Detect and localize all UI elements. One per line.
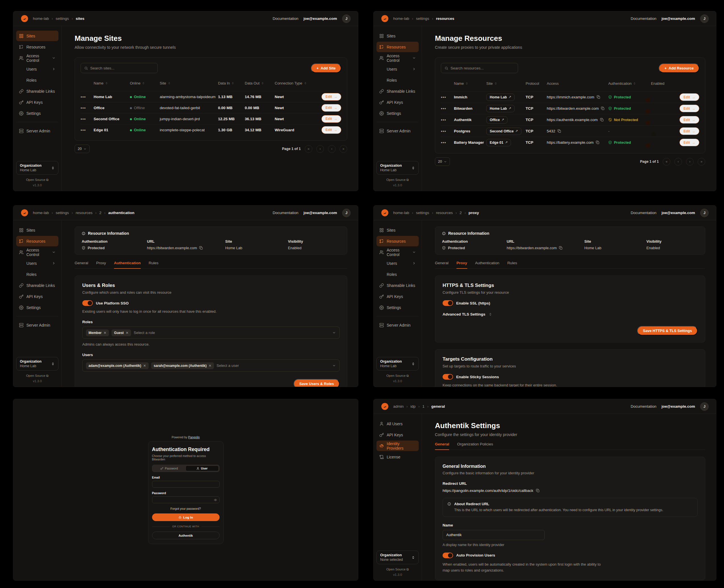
prev-page-button[interactable]: ‹ — [675, 158, 682, 166]
avatar[interactable]: J — [342, 209, 351, 217]
tab-proxy[interactable]: Proxy — [96, 261, 106, 269]
remove-chip-icon[interactable]: ✕ — [126, 331, 128, 335]
sidebar-item-users[interactable]: Users — [16, 64, 58, 74]
col-site[interactable]: Site — [486, 81, 525, 86]
sidebar-item-sites[interactable]: Sites — [377, 30, 419, 41]
sidebar-item-users[interactable]: Users — [377, 64, 419, 74]
search-input[interactable]: Search sites... — [81, 63, 158, 73]
users-multiselect[interactable]: adam@example.com (Authentik)✕ sarah@exam… — [82, 359, 340, 372]
edit-button[interactable]: Edit→ — [321, 115, 341, 123]
col-name[interactable]: Name — [454, 81, 486, 86]
tab-general[interactable]: General — [435, 261, 448, 269]
sidebar-item-resources[interactable]: Resources — [377, 236, 419, 246]
sidebar-item-license[interactable]: License — [377, 451, 419, 462]
copy-icon[interactable] — [559, 246, 563, 250]
sidebar-item-shareable-links[interactable]: Shareable Links — [377, 86, 419, 97]
documentation-link[interactable]: Documentation — [631, 211, 657, 215]
tab-rules[interactable]: Rules — [149, 261, 159, 269]
pangolin-link[interactable]: Pangolin — [188, 436, 200, 439]
authentik-sso-button[interactable]: Authentik — [152, 531, 220, 539]
copy-icon[interactable] — [558, 129, 561, 133]
sidebar-item-roles[interactable]: Roles — [16, 269, 58, 279]
sidebar-item-api-keys[interactable]: API Keys — [377, 429, 419, 440]
organization-picker[interactable]: OrganizationHome Lab — [377, 357, 419, 371]
next-page-button[interactable]: › — [686, 158, 693, 166]
row-menu-button[interactable]: ••• — [81, 117, 94, 121]
open-source-link[interactable]: Open Source ⧉ — [377, 568, 419, 571]
col-connection-type[interactable]: Connection Type — [275, 81, 314, 85]
pangolin-logo[interactable] — [381, 15, 389, 22]
rows-per-page-select[interactable]: 20 — [75, 145, 89, 153]
sidebar-item-shareable-links[interactable]: Shareable Links — [377, 280, 419, 291]
open-source-link[interactable]: Open Source ⧉ — [377, 374, 419, 378]
platform-sso-toggle[interactable] — [82, 300, 93, 306]
tab-password[interactable]: Password — [153, 465, 185, 471]
edit-button[interactable]: Edit→ — [680, 93, 699, 101]
copy-icon[interactable] — [536, 489, 540, 492]
documentation-link[interactable]: Documentation — [631, 17, 657, 21]
save-tls-button[interactable]: Save HTTPS & TLS Settings — [637, 326, 698, 335]
row-menu-button[interactable]: ••• — [81, 105, 94, 110]
rows-per-page-select[interactable]: 20 — [435, 158, 450, 166]
sidebar-item-settings[interactable]: Settings — [377, 302, 419, 313]
edit-button[interactable]: Edit→ — [680, 127, 699, 135]
sidebar-item-server-admin[interactable]: Server Admin — [16, 126, 58, 136]
site-chip[interactable]: Edge 01↗ — [486, 139, 511, 146]
sidebar-item-shareable-links[interactable]: Shareable Links — [16, 86, 58, 97]
edit-button[interactable]: Edit→ — [680, 105, 699, 112]
tab-rules[interactable]: Rules — [507, 261, 517, 269]
col-authentication[interactable]: Authentication — [608, 81, 651, 86]
row-menu-button[interactable]: ••• — [81, 128, 94, 132]
organization-picker[interactable]: OrganizationHome Lab — [16, 357, 58, 371]
first-page-button[interactable]: « — [305, 145, 313, 153]
tab-authentication[interactable]: Authentication — [475, 261, 500, 269]
sidebar-item-users[interactable]: Users — [377, 258, 419, 269]
row-menu-button[interactable]: ••• — [441, 118, 454, 122]
sidebar-item-api-keys[interactable]: API Keys — [16, 291, 58, 302]
documentation-link[interactable]: Documentation — [273, 17, 299, 21]
row-menu-button[interactable]: ••• — [441, 129, 454, 133]
add-site-button[interactable]: +Add Site — [311, 63, 341, 73]
first-page-button[interactable]: « — [663, 158, 670, 166]
sidebar-item-all-users[interactable]: All Users — [377, 418, 419, 429]
add-resource-button[interactable]: +Add Resource — [659, 63, 699, 73]
edit-button[interactable]: Edit→ — [321, 104, 341, 112]
sidebar-item-shareable-links[interactable]: Shareable Links — [16, 280, 58, 291]
sidebar-item-sites[interactable]: Sites — [16, 30, 58, 41]
email-field[interactable] — [152, 481, 220, 488]
sidebar-item-settings[interactable]: Settings — [16, 302, 58, 313]
user-chip[interactable]: adam@example.com (Authentik)✕ — [86, 362, 149, 369]
avatar[interactable]: J — [700, 15, 709, 23]
sidebar-item-access-control[interactable]: Access Control — [377, 53, 419, 63]
next-page-button[interactable]: › — [328, 145, 336, 153]
prev-page-button[interactable]: ‹ — [316, 145, 324, 153]
copy-icon[interactable] — [199, 246, 203, 250]
edit-button[interactable]: Edit→ — [321, 126, 341, 134]
sidebar-item-settings[interactable]: Settings — [16, 108, 58, 119]
open-source-link[interactable]: Open Source ⧉ — [16, 178, 58, 182]
col-data-out[interactable]: Data Out — [245, 81, 275, 85]
copy-icon[interactable] — [596, 141, 600, 144]
eye-icon[interactable] — [214, 498, 217, 502]
site-chip[interactable]: Home Lab↗ — [486, 93, 515, 101]
name-field[interactable]: Authentik — [443, 530, 545, 540]
sidebar-item-users[interactable]: Users — [16, 258, 58, 269]
sidebar-item-resources[interactable]: Resources — [16, 42, 58, 52]
pangolin-logo[interactable] — [21, 15, 28, 22]
edit-button[interactable]: Edit→ — [680, 116, 699, 124]
sidebar-item-api-keys[interactable]: API Keys — [377, 97, 419, 107]
sidebar-item-sites[interactable]: Sites — [377, 225, 419, 235]
sidebar-item-api-keys[interactable]: API Keys — [16, 97, 58, 107]
sidebar-item-sites[interactable]: Sites — [16, 225, 58, 235]
site-chip[interactable]: Home Lab↗ — [486, 105, 515, 112]
last-page-button[interactable]: » — [698, 158, 705, 166]
breadcrumb[interactable]: admin› idp› 1› general — [393, 404, 445, 408]
row-menu-button[interactable]: ••• — [441, 106, 454, 111]
sidebar-item-resources[interactable]: Resources — [16, 236, 58, 246]
tab-authentication[interactable]: Authentication — [114, 261, 141, 269]
advanced-tls-collapsible[interactable]: Advanced TLS Settings — [443, 312, 698, 316]
roles-multiselect[interactable]: Member✕ Guest✕ Select a role — [82, 327, 340, 339]
pangolin-logo[interactable] — [381, 403, 389, 410]
organization-picker[interactable]: OrganizationHome Lab — [377, 161, 419, 175]
col-name[interactable]: Name — [94, 81, 130, 85]
